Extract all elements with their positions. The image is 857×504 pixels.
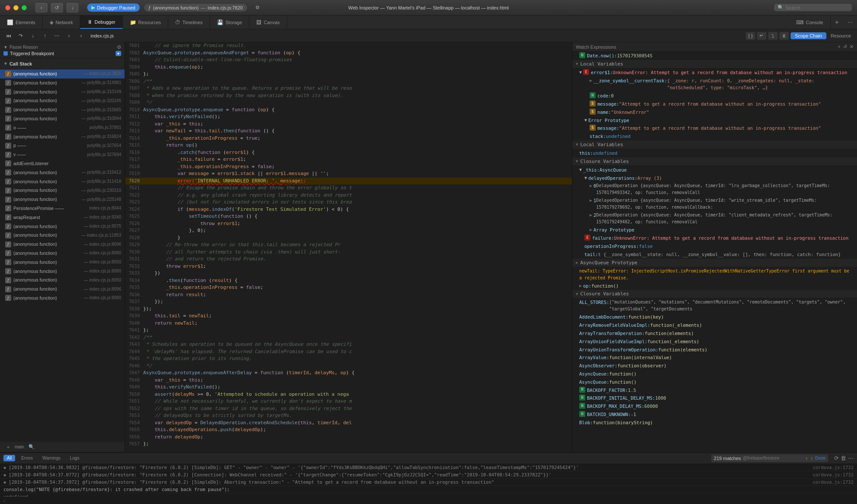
tab-resources[interactable]: 📁 Resources [123,16,169,29]
console-input[interactable] [8,498,854,503]
console-search-prev[interactable]: ‹ [805,455,808,461]
clear-button[interactable]: ⊘ [117,44,121,50]
stack-item-9[interactable]: ƒ v —— polyfills.js:327894 [0,150,125,159]
function-badge[interactable]: ƒ (anonymous function) — index.cjs.js:78… [144,4,247,12]
traffic-lights [5,5,27,10]
stack-item-19[interactable]: ƒ (anonymous function) — index.cjs.js:80… [0,240,125,249]
console-search[interactable]: 219 matches ‹ › Done [711,454,828,462]
filter-warnings-button[interactable]: Warnings [39,455,64,461]
closure-vars-header-1[interactable]: ▼ Closure Variables [572,157,857,166]
func-icon-7: ƒ [5,134,11,140]
format-button[interactable]: { } [746,32,755,40]
search-bar[interactable]: 🔍 [774,4,852,11]
stack-item-16[interactable]: ƒ wrapRequest — index.cjs.js:9240 [0,213,125,222]
call-stack-list[interactable]: ƒ (anonymous function) — index.cjs.js:78… [0,69,125,442]
step-back-button[interactable]: ⏮ [3,31,14,41]
tab-network[interactable]: ◈ Network [43,16,80,29]
code-content[interactable]: 7601 // we ignore the Promise result. 76… [125,42,572,452]
clear-watch-button[interactable]: ✕ [850,44,854,50]
stack-item-14[interactable]: ƒ (anonymous function) — polyfills.js:22… [0,195,125,204]
more-button[interactable]: ⋯ [52,31,62,41]
stack-item-loc-14: — polyfills.js:225148 [82,196,121,203]
minimize-button[interactable] [13,5,19,10]
add-button[interactable]: + [3,443,13,451]
code-line-7619: 7619 var message = error$1.stack || erro… [125,170,572,178]
right-panel-content[interactable]: N Date.now(): 1570179300545 ▼ Local Vari… [572,52,857,452]
filter-all-button[interactable]: All [3,455,15,461]
console-more-button[interactable]: ⋯ [848,455,854,461]
stack-item-7[interactable]: ƒ (anonymous function) — polyfills.js:31… [0,132,125,141]
stack-item-13[interactable]: ƒ (anonymous function) — polyfills.js:23… [0,186,125,195]
wrap-button[interactable]: ↵ [757,32,766,40]
func-icon-17: ƒ [5,223,11,229]
match-count-label: 219 matches [714,456,741,461]
stack-item-12[interactable]: ƒ (anonymous function) — polyfills.js:31… [0,177,125,186]
debugger-paused-badge[interactable]: ▶ Debugger Paused [87,3,140,12]
filter-logs-button[interactable]: Logs [66,455,83,461]
tab-console[interactable]: ⌨ Console [789,16,830,29]
tab-canvas[interactable]: 🖼 Canvas [249,16,287,29]
more-options-button[interactable]: ⋯ [843,16,857,29]
tab-elements[interactable]: ⬜ Elements [0,16,43,29]
stack-item-8[interactable]: ƒ p —— polyfills.js:327654 [0,141,125,150]
forward-button[interactable]: ↓ [66,3,78,13]
refresh-button[interactable]: ↺ [51,3,63,13]
debug-button[interactable]: ⏸ [779,32,789,40]
jump-button[interactable]: ⤵ [768,32,778,40]
stack-item-1[interactable]: ƒ (anonymous function) — polyfills.js:31… [0,78,125,88]
resource-button[interactable]: Resource [828,32,854,39]
add-watch-button[interactable]: + [838,44,841,50]
stack-item-10[interactable]: ƒ addEventListener [0,159,125,168]
stack-item-18[interactable]: ƒ (anonymous function) — index.cjs.js:11… [0,231,125,240]
refresh-watch-button[interactable]: ↺ [843,44,847,50]
console-input-row[interactable]: › [0,497,857,504]
clear-console-button[interactable]: ⟳ [834,455,839,461]
trash-button[interactable]: 🗑 [841,455,846,461]
stack-item-0[interactable]: ƒ (anonymous function) — index.cjs.js:78… [0,69,125,78]
stack-item-22[interactable]: ƒ (anonymous function) — index.cjs.js:80… [0,267,125,276]
scope-chain-button[interactable]: Scope Chain [791,32,826,39]
step-in-button[interactable]: ↓ [28,31,38,41]
stack-item-3[interactable]: ƒ (anonymous function) — polyfills.js:32… [0,96,125,105]
closure-vars-header-2[interactable]: ▼ Closure Variables [572,290,857,298]
watch-item-0: N Date.now(): 1570179300545 [572,52,857,60]
close-button[interactable] [5,5,10,10]
nav-next-button[interactable]: › [76,31,86,41]
stack-item-11[interactable]: ƒ (anonymous function) — polyfills.js:31… [0,168,125,177]
stack-item-21[interactable]: ƒ (anonymous function) — index.cjs.js:80… [0,258,125,267]
bottom-search-button[interactable]: 🔍 [27,443,36,451]
nav-prev-button[interactable]: ‹ [64,31,74,41]
code-line-7631: 7631 // and return the rejected Promise. [125,256,572,263]
maximize-button[interactable] [22,5,27,10]
stack-item-25[interactable]: ƒ (anonymous function) — index.cjs.js:80… [0,294,125,303]
tab-debugger[interactable]: ⏸ Debugger [80,16,122,29]
local-vars-header-1[interactable]: ▼ Local Variables [572,60,857,69]
stack-item-2[interactable]: ƒ (anonymous function) — polyfills.js:31… [0,88,125,97]
stack-item-15[interactable]: ƒ PersistencePromise —— index.cjs.js:804… [0,204,125,213]
code-line-7649: 7649 this.verifyNotFailed(); [125,384,572,391]
stack-item-5[interactable]: ƒ (anonymous function) — polyfills.js:31… [0,114,125,123]
local-vars-header-2[interactable]: ▼ Local Variables [572,141,857,149]
filter-errors-button[interactable]: Errors [18,455,36,461]
tab-timelines[interactable]: ⏱ Timelines [168,16,210,29]
search-input[interactable] [785,5,848,10]
tab-debugger-label: Debugger [94,19,115,25]
back-button[interactable]: ‹ [35,3,47,13]
tab-storage[interactable]: 💾 Storage [210,16,250,29]
console-search-next[interactable]: › [810,455,813,461]
step-out-button[interactable]: ↑ [40,31,50,41]
stack-item-20[interactable]: ƒ (anonymous function) — index.cjs.js:80… [0,249,125,258]
stack-item-24[interactable]: ƒ (anonymous function) — index.cjs.js:80… [0,285,125,294]
stack-item-17[interactable]: ƒ (anonymous function) — index.cjs.js:90… [0,222,125,231]
settings-button[interactable]: ⚙ [251,3,264,13]
step-over-button[interactable]: ↷ [16,31,26,41]
console-done-button[interactable]: Done [815,456,826,460]
asyncqueue-prototype-header[interactable]: ▶ AsyncQueue Prototype [572,259,857,267]
stack-item-4[interactable]: ƒ (anonymous function) — polyfills.js:31… [0,105,125,114]
console-search-input[interactable] [743,456,803,460]
stack-item-6[interactable]: ƒ o —— polyfills.js:37901 [0,123,125,132]
stack-item-23[interactable]: ƒ (anonymous function) — index.cjs.js:80… [0,275,125,285]
code-line-7638: 7638 }); [125,306,572,313]
pause-reason: ▼ Pause Reason ⊘ Triggered Breakpoint ● [0,42,125,58]
add-tab-button[interactable]: + [831,16,843,29]
